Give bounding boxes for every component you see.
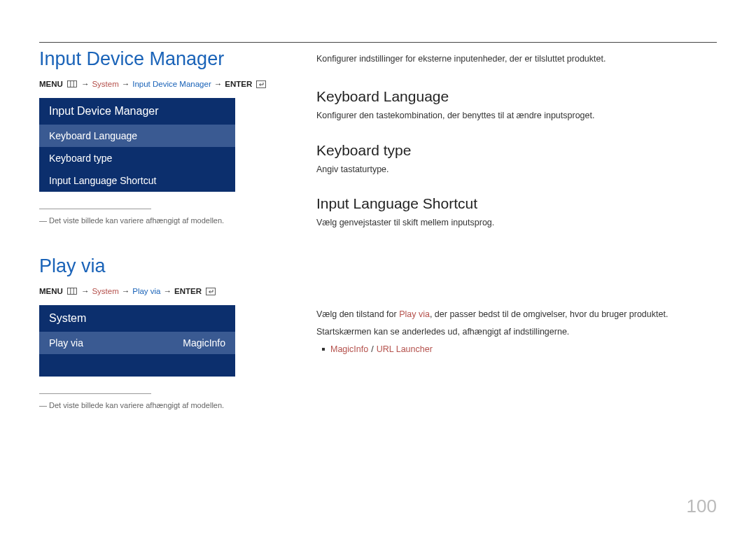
section-input-device-manager: Input Device Manager MENU → System → Inp… <box>39 48 277 225</box>
svg-rect-7 <box>206 288 215 295</box>
heading-input-language-shortcut: Input Language Shortcut <box>316 195 717 212</box>
breadcrumb-arrow: → <box>81 80 90 88</box>
breadcrumb-system: System <box>92 287 118 295</box>
breadcrumb-playvia-link: Play via <box>132 287 160 295</box>
text-keyboard-type: Angiv tastaturtype. <box>316 163 717 176</box>
option-separator: / <box>371 344 373 354</box>
svg-rect-0 <box>67 81 76 87</box>
text-play-via-line1: Vælg den tilstand for Play via, der pass… <box>316 308 717 321</box>
breadcrumb-idm: MENU → System → Input Device Manager → E… <box>39 80 277 88</box>
breadcrumb-arrow: → <box>122 287 130 295</box>
right-play-via-section: Vælg den tilstand for Play via, der pass… <box>316 308 717 354</box>
text-input-language-shortcut: Vælg genvejstaster til skift mellem inpu… <box>316 216 717 230</box>
bullet-icon <box>322 348 325 351</box>
breadcrumb-play-via: MENU → System → Play via → ENTER <box>39 287 277 295</box>
breadcrumb-idm-link: Input Device Manager <box>132 80 211 88</box>
breadcrumb-arrow: → <box>164 287 172 295</box>
menu-box-idm: Input Device Manager Keyboard Language K… <box>39 98 235 192</box>
menu-item-input-language-shortcut[interactable]: Input Language Shortcut <box>39 169 235 192</box>
breadcrumb-arrow: → <box>214 80 223 88</box>
menu-item-keyboard-type[interactable]: Keyboard type <box>39 147 235 169</box>
menu-box-system: System Play via MagicInfo <box>39 305 235 377</box>
menu-item-play-via[interactable]: Play via MagicInfo <box>39 332 235 354</box>
pv-p1c: , der passer bedst til de omgivelser, hv… <box>430 309 668 319</box>
menu-grid-icon <box>67 80 77 87</box>
enter-icon <box>206 288 216 295</box>
pv-p1b: Play via <box>399 309 430 319</box>
menu-item-play-via-label: Play via <box>49 337 83 349</box>
breadcrumb-arrow: → <box>122 80 130 88</box>
note-play-via-text: Det viste billede kan variere afhængigt … <box>49 401 224 409</box>
menu-grid-icon <box>67 288 77 295</box>
text-keyboard-language: Konfigurer den tastekombination, der ben… <box>316 109 717 122</box>
menu-item-keyboard-language[interactable]: Keyboard Language <box>39 125 235 147</box>
breadcrumb-arrow: → <box>81 287 90 295</box>
svg-rect-3 <box>257 80 266 87</box>
breadcrumb-enter: ENTER <box>225 80 252 88</box>
note-rule <box>39 393 151 394</box>
heading-keyboard-type: Keyboard type <box>316 142 717 159</box>
text-play-via-line2: Startskærmen kan se anderledes ud, afhæn… <box>316 325 717 339</box>
svg-rect-4 <box>67 288 76 295</box>
menu-item-empty <box>39 354 235 377</box>
left-column: Input Device Manager MENU → System → Inp… <box>39 48 277 409</box>
intro-text: Konfigurer indstillinger for eksterne in… <box>316 52 717 66</box>
play-via-options: MagicInfo / URL Launcher <box>322 344 717 354</box>
breadcrumb-system: System <box>92 80 118 88</box>
option-url-launcher: URL Launcher <box>377 344 433 354</box>
breadcrumb-enter: ENTER <box>174 287 202 295</box>
section-play-via: Play via MENU → System → Play via → ENTE… <box>39 255 277 409</box>
menu-box-system-title: System <box>39 305 235 332</box>
enter-icon <box>256 80 266 88</box>
two-column-layout: Input Device Manager MENU → System → Inp… <box>39 48 717 409</box>
menu-item-play-via-value: MagicInfo <box>183 337 225 349</box>
pv-p1a: Vælg den tilstand for <box>316 309 399 319</box>
page-number: 100 <box>687 496 717 517</box>
heading-play-via: Play via <box>39 255 277 277</box>
breadcrumb-menu: MENU <box>39 287 63 295</box>
heading-idm: Input Device Manager <box>39 48 277 70</box>
note-idm-text: Det viste billede kan variere afhængigt … <box>49 216 224 225</box>
right-column: Konfigurer indstillinger for eksterne in… <box>316 48 717 409</box>
breadcrumb-menu: MENU <box>39 80 63 88</box>
top-rule <box>39 42 717 43</box>
option-magicinfo: MagicInfo <box>330 344 368 354</box>
note-rule <box>39 209 151 209</box>
note-play-via: ― Det viste billede kan variere afhængig… <box>39 401 277 409</box>
heading-keyboard-language: Keyboard Language <box>316 88 717 105</box>
note-idm: ― Det viste billede kan variere afhængig… <box>39 216 277 225</box>
menu-box-title: Input Device Manager <box>39 98 235 125</box>
